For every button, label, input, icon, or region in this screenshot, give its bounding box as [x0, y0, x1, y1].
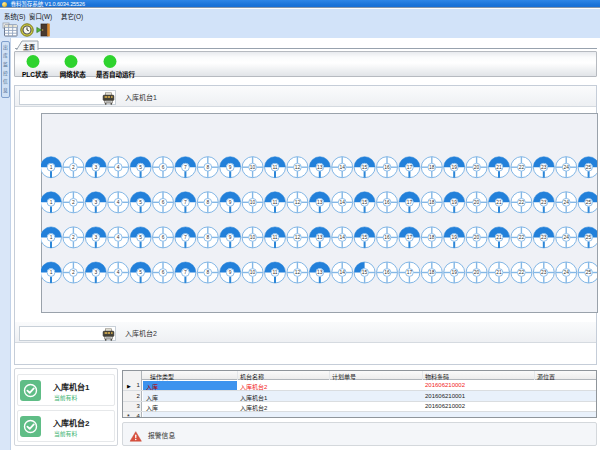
svg-text:5: 5: [139, 200, 142, 205]
svg-text:24: 24: [563, 270, 569, 275]
svg-text:2: 2: [72, 270, 75, 275]
svg-text:12: 12: [295, 235, 301, 240]
svg-text:25: 25: [586, 270, 592, 275]
svg-text:11: 11: [272, 200, 277, 205]
svg-text:21: 21: [496, 200, 502, 205]
svg-text:2: 2: [72, 200, 75, 205]
svg-text:21: 21: [496, 270, 502, 275]
svg-text:6: 6: [162, 165, 165, 170]
svg-text:4: 4: [117, 200, 120, 205]
svg-text:17: 17: [407, 235, 413, 240]
svg-text:9: 9: [229, 165, 232, 170]
svg-text:16: 16: [384, 270, 390, 275]
svg-text:13: 13: [317, 235, 323, 240]
svg-text:13: 13: [317, 165, 323, 170]
svg-text:21: 21: [496, 165, 502, 170]
svg-text:8: 8: [206, 270, 209, 275]
svg-text:25: 25: [586, 165, 592, 170]
svg-text:18: 18: [429, 270, 435, 275]
svg-text:18: 18: [429, 165, 435, 170]
svg-text:3: 3: [94, 200, 97, 205]
svg-text:16: 16: [384, 235, 390, 240]
svg-text:24: 24: [563, 235, 569, 240]
svg-text:22: 22: [519, 200, 525, 205]
svg-text:10: 10: [250, 200, 256, 205]
svg-text:23: 23: [541, 235, 547, 240]
svg-text:17: 17: [407, 270, 413, 275]
svg-text:1: 1: [50, 270, 53, 275]
svg-text:14: 14: [339, 165, 345, 170]
svg-text:20: 20: [474, 235, 480, 240]
svg-text:6: 6: [162, 200, 165, 205]
svg-text:8: 8: [206, 165, 209, 170]
svg-text:20: 20: [474, 200, 480, 205]
svg-text:7: 7: [184, 270, 187, 275]
svg-text:7: 7: [184, 235, 187, 240]
svg-text:19: 19: [451, 200, 457, 205]
svg-text:6: 6: [162, 235, 165, 240]
svg-text:3: 3: [94, 165, 97, 170]
svg-text:14: 14: [339, 270, 345, 275]
svg-text:11: 11: [272, 270, 277, 275]
svg-text:17: 17: [407, 165, 413, 170]
svg-text:1: 1: [50, 200, 53, 205]
svg-text:7: 7: [184, 200, 187, 205]
svg-text:13: 13: [317, 200, 323, 205]
svg-text:22: 22: [519, 165, 525, 170]
svg-text:8: 8: [206, 235, 209, 240]
svg-text:19: 19: [451, 235, 457, 240]
svg-text:5: 5: [139, 270, 142, 275]
svg-text:5: 5: [139, 235, 142, 240]
svg-text:10: 10: [250, 235, 256, 240]
svg-text:12: 12: [295, 165, 301, 170]
svg-text:4: 4: [117, 235, 120, 240]
svg-text:19: 19: [451, 270, 457, 275]
svg-text:9: 9: [229, 235, 232, 240]
svg-text:15: 15: [362, 165, 368, 170]
svg-text:1: 1: [50, 235, 53, 240]
svg-text:9: 9: [229, 200, 232, 205]
svg-text:14: 14: [339, 235, 345, 240]
svg-text:19: 19: [451, 165, 457, 170]
svg-text:25: 25: [586, 235, 592, 240]
svg-text:3: 3: [94, 270, 97, 275]
svg-text:4: 4: [117, 270, 120, 275]
svg-text:18: 18: [429, 235, 435, 240]
svg-text:24: 24: [563, 200, 569, 205]
svg-text:22: 22: [519, 235, 525, 240]
svg-text:23: 23: [541, 270, 547, 275]
svg-text:3: 3: [94, 235, 97, 240]
svg-text:15: 15: [362, 200, 368, 205]
svg-text:9: 9: [229, 270, 232, 275]
svg-text:8: 8: [206, 200, 209, 205]
svg-text:15: 15: [362, 235, 368, 240]
svg-text:20: 20: [474, 270, 480, 275]
svg-text:11: 11: [272, 165, 277, 170]
svg-text:21: 21: [496, 235, 502, 240]
svg-text:18: 18: [429, 200, 435, 205]
svg-text:6: 6: [162, 270, 165, 275]
svg-text:17: 17: [407, 200, 413, 205]
svg-text:10: 10: [250, 270, 256, 275]
svg-text:12: 12: [295, 200, 301, 205]
svg-text:14: 14: [339, 200, 345, 205]
svg-text:13: 13: [317, 270, 323, 275]
svg-text:4: 4: [117, 165, 120, 170]
svg-text:22: 22: [519, 270, 525, 275]
svg-text:2: 2: [72, 165, 75, 170]
svg-text:23: 23: [541, 200, 547, 205]
svg-text:16: 16: [384, 200, 390, 205]
svg-text:1: 1: [50, 165, 53, 170]
svg-text:10: 10: [250, 165, 256, 170]
svg-text:11: 11: [272, 235, 277, 240]
svg-text:20: 20: [474, 165, 480, 170]
svg-text:12: 12: [295, 270, 301, 275]
svg-text:5: 5: [139, 165, 142, 170]
svg-text:24: 24: [563, 165, 569, 170]
svg-text:25: 25: [586, 200, 592, 205]
svg-text:23: 23: [541, 165, 547, 170]
svg-text:2: 2: [72, 235, 75, 240]
svg-text:7: 7: [184, 165, 187, 170]
svg-text:16: 16: [384, 165, 390, 170]
svg-text:15: 15: [362, 270, 368, 275]
